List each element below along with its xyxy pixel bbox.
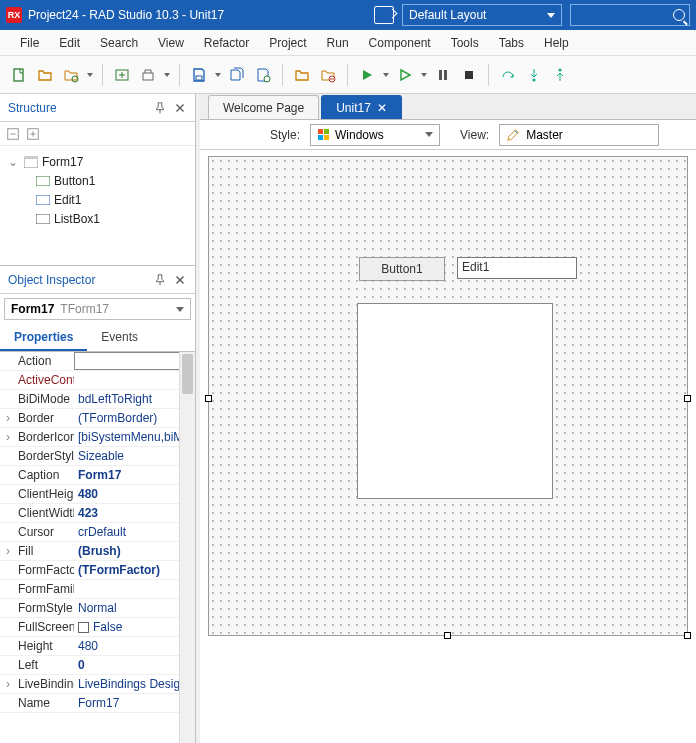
design-surface[interactable]: Button1 Edit1 [208, 156, 688, 636]
close-icon[interactable] [173, 101, 187, 115]
expand-icon[interactable]: › [0, 677, 16, 691]
property-value[interactable]: Normal [74, 601, 195, 615]
close-icon[interactable] [173, 273, 187, 287]
editor-tab[interactable]: Welcome Page [208, 95, 319, 119]
menu-project[interactable]: Project [259, 32, 316, 54]
editor-tab[interactable]: Unit17✕ [321, 95, 402, 119]
tab-properties[interactable]: Properties [0, 324, 87, 351]
property-value[interactable]: LiveBindings Designer [74, 677, 195, 691]
step-into-icon[interactable] [523, 64, 545, 86]
resize-handle[interactable] [684, 395, 691, 402]
property-row[interactable]: ›Fill(Brush) [0, 542, 195, 561]
menu-edit[interactable]: Edit [49, 32, 90, 54]
menu-view[interactable]: View [148, 32, 194, 54]
property-row[interactable]: ActiveControl [0, 371, 195, 390]
menu-search[interactable]: Search [90, 32, 148, 54]
design-listbox1[interactable] [357, 303, 553, 499]
folder-remove-icon[interactable] [317, 64, 339, 86]
scrollbar-thumb[interactable] [182, 354, 193, 394]
property-row[interactable]: ›Border(TFormBorder) [0, 409, 195, 428]
stop-icon[interactable] [458, 64, 480, 86]
property-value[interactable]: 423 [74, 506, 195, 520]
resize-handle[interactable] [205, 395, 212, 402]
property-row[interactable]: Left0 [0, 656, 195, 675]
expand-icon[interactable] [6, 127, 20, 141]
expand-icon[interactable]: › [0, 430, 16, 444]
style-combo[interactable]: Windows [310, 124, 440, 146]
pin-icon[interactable] [153, 273, 167, 287]
desktop-layout-icon[interactable] [374, 6, 394, 24]
tree-node-form[interactable]: ⌄ Form17 [2, 152, 193, 171]
property-value[interactable]: 0 [74, 658, 195, 672]
property-row[interactable]: FormFactor(TFormFactor) [0, 561, 195, 580]
property-value[interactable]: [biSystemMenu,biMinimize,biMaximize] [74, 430, 195, 444]
save-icon[interactable] [188, 64, 210, 86]
build-dropdown[interactable] [163, 73, 171, 77]
menu-tools[interactable]: Tools [441, 32, 489, 54]
folder-icon[interactable] [291, 64, 313, 86]
design-edit1[interactable]: Edit1 [457, 257, 577, 279]
property-row[interactable]: FormFamily [0, 580, 195, 599]
property-value[interactable]: (TFormFactor) [74, 563, 195, 577]
resize-handle[interactable] [444, 632, 451, 639]
layout-combo[interactable]: Default Layout [402, 4, 562, 26]
property-value[interactable]: crDefault [74, 525, 195, 539]
property-value[interactable]: (TFormBorder) [74, 411, 195, 425]
structure-tree[interactable]: ⌄ Form17 Button1Edit1ListBox1 [0, 146, 195, 266]
run-no-debug-dropdown[interactable] [420, 73, 428, 77]
design-button1[interactable]: Button1 [359, 257, 445, 281]
menu-help[interactable]: Help [534, 32, 579, 54]
expand-icon[interactable]: › [0, 411, 16, 425]
property-grid[interactable]: ActionActiveControlBiDiModebdLeftToRight… [0, 352, 195, 743]
property-row[interactable]: Action [0, 352, 195, 371]
scrollbar[interactable] [179, 352, 195, 743]
property-row[interactable]: Height480 [0, 637, 195, 656]
property-row[interactable]: FullScreenFalse [0, 618, 195, 637]
property-row[interactable]: FormStyleNormal [0, 599, 195, 618]
property-value[interactable] [74, 352, 195, 370]
property-row[interactable]: NameForm17 [0, 694, 195, 713]
close-icon[interactable]: ✕ [377, 101, 387, 115]
property-value[interactable]: (Brush) [74, 544, 195, 558]
tree-node[interactable]: Edit1 [2, 190, 193, 209]
expand-icon[interactable]: › [0, 544, 16, 558]
inspector-instance-combo[interactable]: Form17 TForm17 [4, 298, 191, 320]
step-over-icon[interactable] [497, 64, 519, 86]
pin-icon[interactable] [153, 101, 167, 115]
tree-expander[interactable]: ⌄ [6, 155, 20, 169]
property-row[interactable]: ClientWidth423 [0, 504, 195, 523]
tree-node[interactable]: ListBox1 [2, 209, 193, 228]
new-file-icon[interactable] [8, 64, 30, 86]
property-row[interactable]: ClientHeight480 [0, 485, 195, 504]
add-form-icon[interactable] [111, 64, 133, 86]
property-value[interactable]: bdLeftToRight [74, 392, 195, 406]
collapse-icon[interactable] [26, 127, 40, 141]
property-row[interactable]: BiDiModebdLeftToRight [0, 390, 195, 409]
property-value[interactable]: False [74, 620, 195, 634]
property-value[interactable]: Form17 [74, 468, 195, 482]
run-dropdown[interactable] [382, 73, 390, 77]
tree-node[interactable]: Button1 [2, 171, 193, 190]
menu-file[interactable]: File [10, 32, 49, 54]
menu-component[interactable]: Component [359, 32, 441, 54]
open-dropdown[interactable] [86, 73, 94, 77]
step-out-icon[interactable] [549, 64, 571, 86]
property-value[interactable]: Sizeable [74, 449, 195, 463]
property-value[interactable]: 480 [74, 639, 195, 653]
open-file-icon[interactable] [34, 64, 56, 86]
property-value[interactable]: 480 [74, 487, 195, 501]
open-project-icon[interactable] [60, 64, 82, 86]
property-row[interactable]: BorderStyleSizeable [0, 447, 195, 466]
ide-search-input[interactable] [570, 4, 690, 26]
save-dropdown[interactable] [214, 73, 222, 77]
build-icon[interactable] [137, 64, 159, 86]
resize-handle[interactable] [684, 632, 691, 639]
property-row[interactable]: ›BorderIcons[biSystemMenu,biMinimize,biM… [0, 428, 195, 447]
menu-tabs[interactable]: Tabs [489, 32, 534, 54]
view-combo[interactable]: Master [499, 124, 659, 146]
menu-run[interactable]: Run [317, 32, 359, 54]
save-all-icon[interactable] [226, 64, 248, 86]
tab-events[interactable]: Events [87, 324, 152, 351]
menu-refactor[interactable]: Refactor [194, 32, 259, 54]
pause-icon[interactable] [432, 64, 454, 86]
